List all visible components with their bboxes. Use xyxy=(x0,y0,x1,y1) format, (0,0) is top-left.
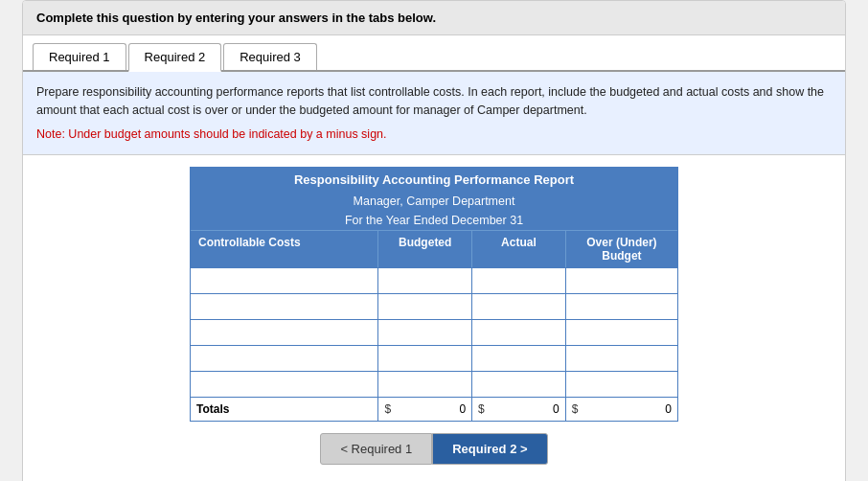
tab-required-3[interactable]: Required 3 xyxy=(223,43,317,70)
col-header-over-under: Over (Under) Budget xyxy=(565,231,677,267)
row2-actual[interactable] xyxy=(471,294,565,319)
instruction-text: Complete this question by entering your … xyxy=(36,11,436,25)
totals-actual-dollar: $ xyxy=(478,402,485,416)
table-row xyxy=(191,293,677,319)
row2-over-under-input[interactable] xyxy=(572,299,672,312)
row5-cost[interactable] xyxy=(191,372,377,397)
table-row xyxy=(191,371,677,397)
report-section: Responsibility Accounting Performance Re… xyxy=(23,155,845,481)
row3-over-under[interactable] xyxy=(565,320,677,345)
row4-actual-input[interactable] xyxy=(478,351,560,364)
row4-over-under-input[interactable] xyxy=(572,351,672,364)
row5-over-under[interactable] xyxy=(565,372,677,397)
row4-over-under[interactable] xyxy=(565,346,677,371)
row5-cost-input[interactable] xyxy=(196,377,372,390)
row4-cost-input[interactable] xyxy=(196,351,372,364)
row1-cost[interactable] xyxy=(191,268,377,293)
tab-required-1[interactable]: Required 1 xyxy=(33,43,126,70)
next-button[interactable]: Required 2 > xyxy=(432,433,547,465)
row2-cost[interactable] xyxy=(191,294,377,319)
col-header-budgeted: Budgeted xyxy=(377,231,471,267)
row4-budgeted-input[interactable] xyxy=(384,351,466,364)
row2-actual-input[interactable] xyxy=(478,299,560,312)
row2-budgeted-input[interactable] xyxy=(384,299,466,312)
row4-actual[interactable] xyxy=(471,346,565,371)
row2-budgeted[interactable] xyxy=(377,294,471,319)
row5-budgeted[interactable] xyxy=(377,372,471,397)
row3-budgeted-input[interactable] xyxy=(384,325,466,338)
row1-over-under-input[interactable] xyxy=(572,273,672,286)
row3-cost-input[interactable] xyxy=(196,325,372,338)
totals-budgeted-dollar: $ xyxy=(384,402,391,416)
col-header-actual: Actual xyxy=(471,231,565,267)
row4-cost[interactable] xyxy=(191,346,377,371)
column-headers: Controllable Costs Budgeted Actual Over … xyxy=(191,230,677,267)
row1-budgeted[interactable] xyxy=(377,268,471,293)
row5-actual[interactable] xyxy=(471,372,565,397)
row4-budgeted[interactable] xyxy=(377,346,471,371)
row3-budgeted[interactable] xyxy=(377,320,471,345)
description-area: Prepare responsibility accounting perfor… xyxy=(23,72,845,155)
tabs-row: Required 1 Required 2 Required 3 xyxy=(23,35,845,72)
row1-budgeted-input[interactable] xyxy=(384,273,466,286)
report-table: Responsibility Accounting Performance Re… xyxy=(190,167,678,422)
report-subtitle2: For the Year Ended December 31 xyxy=(191,211,677,230)
table-row xyxy=(191,319,677,345)
report-title: Responsibility Accounting Performance Re… xyxy=(191,168,677,192)
nav-buttons: < Required 1 Required 2 > xyxy=(36,422,832,472)
row3-cost[interactable] xyxy=(191,320,377,345)
row1-over-under[interactable] xyxy=(565,268,677,293)
description-main: Prepare responsibility accounting perfor… xyxy=(36,85,824,117)
report-subtitle1: Manager, Camper Department xyxy=(191,192,677,211)
col-header-costs: Controllable Costs xyxy=(191,231,377,267)
row5-actual-input[interactable] xyxy=(478,377,560,390)
totals-row: Totals $ 0 $ 0 $ 0 xyxy=(191,397,677,421)
table-row xyxy=(191,267,677,293)
row1-actual-input[interactable] xyxy=(478,273,560,286)
row3-actual-input[interactable] xyxy=(478,325,560,338)
row3-actual[interactable] xyxy=(471,320,565,345)
tab-required-2[interactable]: Required 2 xyxy=(128,43,222,72)
row2-over-under[interactable] xyxy=(565,294,677,319)
row1-cost-input[interactable] xyxy=(196,273,372,286)
row5-budgeted-input[interactable] xyxy=(384,377,466,390)
totals-over-under-dollar: $ xyxy=(572,402,579,416)
totals-over-under-value: 0 xyxy=(580,402,672,416)
totals-over-under: $ 0 xyxy=(565,398,677,421)
row1-actual[interactable] xyxy=(471,268,565,293)
table-row xyxy=(191,345,677,371)
totals-actual: $ 0 xyxy=(471,398,565,421)
totals-label: Totals xyxy=(191,398,377,421)
instruction-bar: Complete this question by entering your … xyxy=(23,1,845,35)
totals-budgeted-value: 0 xyxy=(393,402,466,416)
totals-actual-value: 0 xyxy=(487,402,560,416)
description-note: Note: Under budget amounts should be ind… xyxy=(36,126,832,144)
row5-over-under-input[interactable] xyxy=(572,377,672,390)
totals-budgeted: $ 0 xyxy=(377,398,471,421)
row2-cost-input[interactable] xyxy=(196,299,372,312)
row3-over-under-input[interactable] xyxy=(572,325,672,338)
prev-button[interactable]: < Required 1 xyxy=(320,433,432,465)
